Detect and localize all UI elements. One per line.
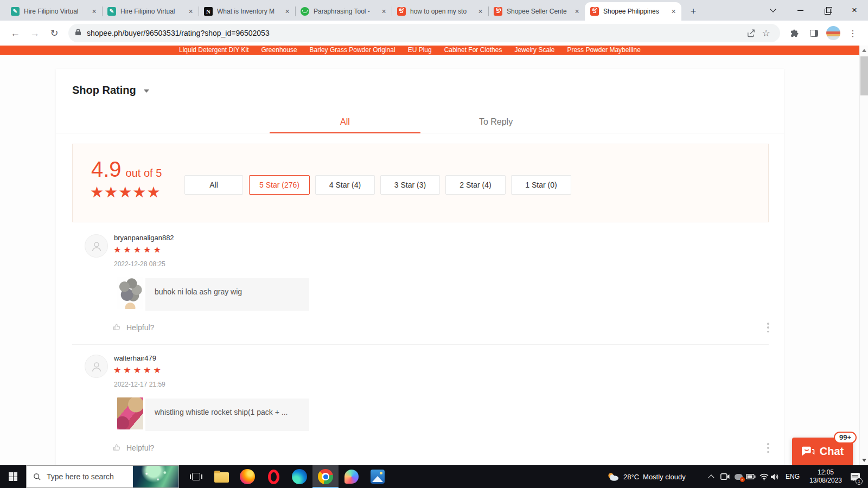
back-icon[interactable]: ← xyxy=(7,24,24,42)
tab-close-icon[interactable] xyxy=(572,7,582,16)
filter-3-star-button[interactable]: 3 Star (3) xyxy=(380,175,440,195)
weather-condition: Mostly cloudy xyxy=(643,473,686,481)
review-more-options-icon[interactable] xyxy=(764,322,773,333)
shopee-favicon xyxy=(494,7,502,16)
review-more-options-icon[interactable] xyxy=(764,442,773,454)
avatar[interactable] xyxy=(85,355,108,378)
taskbar-colorful-app[interactable] xyxy=(339,465,365,488)
edge-icon xyxy=(292,469,307,484)
restore-button[interactable] xyxy=(814,0,841,21)
review-username[interactable]: walterhair479 xyxy=(114,354,156,362)
browser-tab-6[interactable]: Shopee Seller Cente xyxy=(488,2,585,21)
tab-close-icon[interactable] xyxy=(669,7,678,16)
filter-4-star-button[interactable]: 4 Star (4) xyxy=(315,175,375,195)
photos-icon xyxy=(371,470,385,484)
address-bar[interactable]: shopee.ph/buyer/96503531/rating?shop_id=… xyxy=(68,24,780,42)
review-stars: ★★★★★ xyxy=(113,365,163,375)
taskbar-clock[interactable]: 12:05 13/08/2023 xyxy=(805,465,846,488)
tab-to-reply[interactable]: To Reply xyxy=(420,111,571,133)
volume-icon[interactable] xyxy=(768,465,781,488)
extensions-icon[interactable] xyxy=(786,24,803,42)
scroll-up-icon[interactable] xyxy=(862,49,866,52)
browser-tab-3[interactable]: What is Inventory M xyxy=(199,2,295,21)
review-username[interactable]: bryanpanaligan882 xyxy=(114,234,174,242)
helpful-button[interactable]: Helpful? xyxy=(112,323,154,332)
taskbar-firefox[interactable] xyxy=(234,465,260,488)
helpful-button[interactable]: Helpful? xyxy=(112,443,154,452)
tray-expand-icon[interactable] xyxy=(705,465,717,488)
taskbar-edge[interactable] xyxy=(286,465,312,488)
tab-close-icon[interactable] xyxy=(186,7,195,16)
taskbar-file-explorer[interactable] xyxy=(208,465,234,488)
product-box[interactable]: whistling whistle rocket ship(1 pack + .… xyxy=(145,399,309,431)
review-stars: ★★★★★ xyxy=(113,245,163,255)
notification-badge: 1 xyxy=(856,478,863,485)
category-link[interactable]: Liquid Detergent DIY Kit xyxy=(179,46,249,55)
action-center-button[interactable]: 1 xyxy=(844,465,866,488)
tab-close-icon[interactable] xyxy=(283,7,292,16)
taskbar-search-input[interactable]: Type here to search xyxy=(26,465,179,488)
category-link[interactable]: Cabinet For Clothes xyxy=(444,46,502,55)
start-button[interactable] xyxy=(0,465,26,488)
taskbar-weather[interactable]: 28°C Mostly cloudy xyxy=(607,465,686,488)
onedrive-status-icon[interactable] xyxy=(732,465,745,488)
review-item: walterhair479 ★★★★★ 2022-12-17 21:59 whi… xyxy=(56,352,784,465)
browser-tab-5[interactable]: how to open my sto xyxy=(392,2,488,21)
product-box[interactable]: buhok ni lola ash gray wig xyxy=(145,278,309,311)
profile-avatar[interactable] xyxy=(825,24,842,42)
score-stars: ★★★★★ xyxy=(90,183,161,202)
taskbar-photos[interactable] xyxy=(365,465,391,488)
battery-icon[interactable] xyxy=(744,465,757,488)
tab-title: Shopee Philippines xyxy=(603,8,667,15)
score-value: 4.9 xyxy=(91,158,122,180)
product-thumbnail[interactable] xyxy=(117,277,143,309)
tab-search-icon[interactable] xyxy=(760,0,787,21)
share-icon[interactable] xyxy=(743,25,758,41)
filter-5-star-button[interactable]: 5 Star (276) xyxy=(249,175,310,195)
rating-tabs: All To Reply xyxy=(56,111,784,133)
browser-tab-1[interactable]: Hire Filipino Virtual xyxy=(5,2,102,21)
filter-1-star-button[interactable]: 1 Star (0) xyxy=(511,175,571,195)
new-tab-button[interactable] xyxy=(686,4,701,19)
browser-tab-active[interactable]: Shopee Philippines xyxy=(585,2,681,21)
taskbar-opera[interactable] xyxy=(260,465,286,488)
tab-close-icon[interactable] xyxy=(379,7,388,16)
clock-time: 12:05 xyxy=(818,468,834,477)
product-thumbnail[interactable] xyxy=(117,397,143,429)
chevron-down-icon[interactable] xyxy=(144,89,149,93)
category-link[interactable]: Press Powder Maybelline xyxy=(567,46,640,55)
scrollbar-thumb[interactable] xyxy=(860,56,868,95)
chat-unread-badge: 99+ xyxy=(834,432,857,444)
helpful-label: Helpful? xyxy=(126,323,154,332)
browser-tab-2[interactable]: Hire Filipino Virtual xyxy=(102,2,199,21)
window-controls xyxy=(760,0,868,21)
search-highlight-image[interactable] xyxy=(133,466,178,488)
avatar[interactable] xyxy=(85,234,108,258)
category-link[interactable]: Barley Grass Powder Original xyxy=(310,46,395,55)
helpful-label: Helpful? xyxy=(126,444,154,452)
side-panel-icon[interactable] xyxy=(805,24,822,42)
scroll-down-icon[interactable] xyxy=(862,459,866,462)
chrome-icon xyxy=(318,469,333,484)
browser-menu-icon[interactable] xyxy=(844,24,861,42)
category-link[interactable]: Jewelry Scale xyxy=(514,46,554,55)
page-scrollbar[interactable] xyxy=(859,46,868,465)
minimize-button[interactable] xyxy=(787,0,814,21)
meet-now-icon[interactable] xyxy=(718,465,731,488)
close-window-button[interactable] xyxy=(841,0,868,21)
tab-close-icon[interactable] xyxy=(476,7,485,16)
language-indicator[interactable]: ENG xyxy=(782,465,803,488)
browser-tab-4[interactable]: Paraphrasing Tool - xyxy=(295,2,392,21)
category-link[interactable]: EU Plug xyxy=(408,46,432,55)
filter-2-star-button[interactable]: 2 Star (4) xyxy=(445,175,506,195)
person-icon xyxy=(90,240,103,253)
forward-icon[interactable]: → xyxy=(26,24,43,42)
task-view-button[interactable] xyxy=(183,465,208,488)
category-link[interactable]: Greenhouse xyxy=(261,46,297,55)
tab-close-icon[interactable] xyxy=(90,7,99,16)
reload-icon[interactable]: ↻ xyxy=(46,24,63,42)
filter-all-button[interactable]: All xyxy=(184,175,243,195)
taskbar-chrome-active[interactable] xyxy=(312,465,339,488)
bookmark-star-icon[interactable] xyxy=(758,25,774,41)
tab-all[interactable]: All xyxy=(270,111,420,133)
